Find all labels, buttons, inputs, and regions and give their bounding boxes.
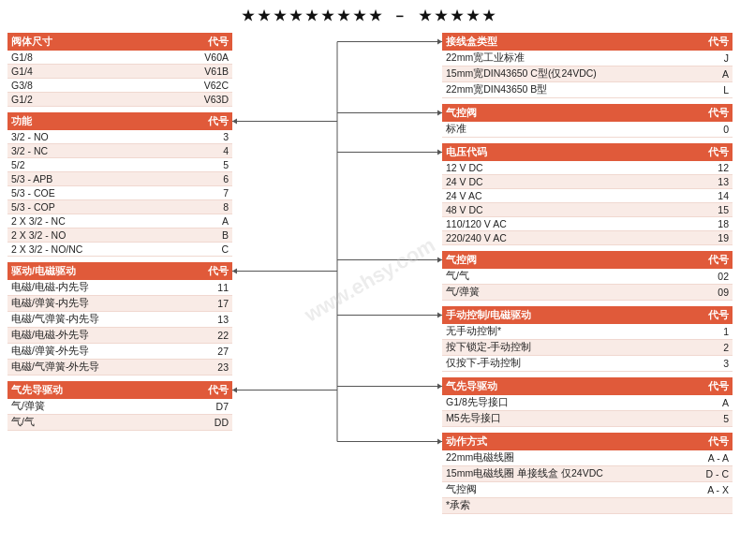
row-label: 电磁/气弹簧-外先导 <box>7 360 176 376</box>
svg-marker-20 <box>437 439 442 445</box>
table-row: 220/240 V AC19 <box>442 231 733 245</box>
table-row: G1/8先导接口A <box>442 395 733 411</box>
row-code: D7 <box>176 399 232 415</box>
row-code: 15 <box>660 203 733 217</box>
row-code: A - X <box>660 482 733 498</box>
section-header-label: 阀体尺寸 <box>7 33 176 51</box>
table-row: M5先导接口5 <box>442 411 733 427</box>
row-code: 7 <box>176 186 232 200</box>
row-label: 3/2 - NO <box>7 130 176 144</box>
table-row: 15mm宽DIN43650 C型(仅24VDC)A <box>442 66 733 82</box>
section-table-manual-solenoid: 手动控制/电磁驱动代号无手动控制*1按下锁定-手动控制2仅按下-手动控制3 <box>442 306 733 372</box>
svg-marker-4 <box>232 269 237 274</box>
row-code: V61B <box>176 65 232 79</box>
section-header-label: 电压代码 <box>442 143 660 161</box>
row-code: 12 <box>660 161 733 175</box>
row-code: 1 <box>660 324 733 340</box>
row-label: 15mm电磁线圈 单接线盒 仅24VDC <box>442 466 660 482</box>
row-code: 17 <box>176 296 232 312</box>
row-code: 23 <box>176 360 232 376</box>
table-row: 电磁/气弹簧-外先导23 <box>7 360 232 376</box>
table-row: 22mm宽工业标准J <box>442 51 733 66</box>
row-label: 无手动控制* <box>442 324 660 340</box>
row-label: 标准 <box>442 122 660 138</box>
row-code: A - A <box>660 450 733 466</box>
row-label: 15mm宽DIN43650 C型(仅24VDC) <box>442 66 660 82</box>
row-label: 气控阀 <box>442 482 660 498</box>
row-label: 气/气 <box>442 269 660 285</box>
row-label: G1/8先导接口 <box>442 395 660 411</box>
section-table-valve-size: 阀体尺寸代号G1/8V60AG1/4V61BG3/8V62CG1/2V63D <box>7 33 232 107</box>
page-container: ★★★★★★★★★ － ★★★★★ 阀体尺寸代号G1/8V60AG1/4V61B… <box>0 0 740 560</box>
row-label: 22mm电磁线圈 <box>442 450 660 466</box>
row-code: 5 <box>176 158 232 172</box>
table-row: 电磁/气弹簧-内先导13 <box>7 312 232 328</box>
section-header-code: 代号 <box>176 381 232 399</box>
table-row: 3/2 - NC4 <box>7 144 232 158</box>
section-table-function: 功能代号3/2 - NO33/2 - NC45/255/3 - APB65/3 … <box>7 112 232 257</box>
table-row: 气/气DD <box>7 415 232 431</box>
row-code: 11 <box>176 280 232 296</box>
row-code: B <box>176 228 232 243</box>
table-row: G3/8V62C <box>7 79 232 93</box>
row-label: G3/8 <box>7 79 176 93</box>
section-header-label: 气先导驱动 <box>442 377 660 395</box>
row-code: V63D <box>176 93 232 107</box>
row-code: A <box>176 214 232 228</box>
row-code: DD <box>176 415 232 431</box>
table-row: 12 V DC12 <box>442 161 733 175</box>
right-panel: 接线盒类型代号22mm宽工业标准J15mm宽DIN43650 C型(仅24VDC… <box>442 33 733 517</box>
row-label: M5先导接口 <box>442 411 660 427</box>
section-header-label: 驱动/电磁驱动 <box>7 262 176 280</box>
row-label: *承索 <box>442 498 660 514</box>
page-title: ★★★★★★★★★ － ★★★★★ <box>7 7 733 25</box>
row-code: 5 <box>660 411 733 427</box>
row-label: 24 V DC <box>442 175 660 189</box>
table-row: G1/4V61B <box>7 65 232 79</box>
table-row: 22mm电磁线圈A - A <box>442 450 733 466</box>
row-code: A <box>660 395 733 411</box>
row-code: L <box>660 82 733 98</box>
table-row: 24 V AC14 <box>442 189 733 203</box>
svg-marker-16 <box>437 313 442 318</box>
row-code: 2 <box>660 340 733 356</box>
row-code: 14 <box>660 189 733 203</box>
row-code: J <box>660 51 733 66</box>
svg-marker-2 <box>232 119 237 125</box>
row-label: 220/240 V AC <box>442 231 660 245</box>
row-code: 4 <box>176 144 232 158</box>
row-label: G1/8 <box>7 51 176 65</box>
row-label: 22mm宽DIN43650 B型 <box>442 82 660 98</box>
row-label: 5/2 <box>7 158 176 172</box>
table-row: 气/气02 <box>442 269 733 285</box>
row-label: 仅按下-手动控制 <box>442 356 660 372</box>
section-header-code: 代号 <box>660 143 733 161</box>
table-row: 5/25 <box>7 158 232 172</box>
section-header-code: 代号 <box>660 377 733 395</box>
panels-wrapper: 阀体尺寸代号G1/8V60AG1/4V61BG3/8V62CG1/2V63D功能… <box>7 33 733 517</box>
table-row: *承索 <box>442 498 733 514</box>
table-row: 电磁/弹簧-内先导17 <box>7 296 232 312</box>
row-label: 2 X 3/2 - NC <box>7 214 176 228</box>
table-row: 3/2 - NO3 <box>7 130 232 144</box>
row-label: 气/弹簧 <box>442 285 660 301</box>
row-label: 110/120 V AC <box>442 217 660 231</box>
svg-marker-6 <box>232 388 237 393</box>
section-header-label: 气先导驱动 <box>7 381 176 399</box>
section-header-code: 代号 <box>660 104 733 122</box>
table-row: 5/3 - COP8 <box>7 200 232 214</box>
left-panel: 阀体尺寸代号G1/8V60AG1/4V61BG3/8V62CG1/2V63D功能… <box>7 33 232 517</box>
table-row: 24 V DC13 <box>442 175 733 189</box>
table-row: 5/3 - APB6 <box>7 172 232 186</box>
row-code: 13 <box>660 175 733 189</box>
section-table-pilot-drive-right: 气先导驱动代号G1/8先导接口AM5先导接口5 <box>442 377 733 427</box>
row-label: 气/气 <box>7 415 176 431</box>
svg-marker-14 <box>437 258 442 263</box>
table-row: 气/弹簧09 <box>442 285 733 301</box>
row-code: 13 <box>176 312 232 328</box>
row-label: 气/弹簧 <box>7 399 176 415</box>
row-code: 3 <box>176 130 232 144</box>
section-header-label: 手动控制/电磁驱动 <box>442 306 660 324</box>
row-code: 3 <box>660 356 733 372</box>
table-row: 按下锁定-手动控制2 <box>442 340 733 356</box>
